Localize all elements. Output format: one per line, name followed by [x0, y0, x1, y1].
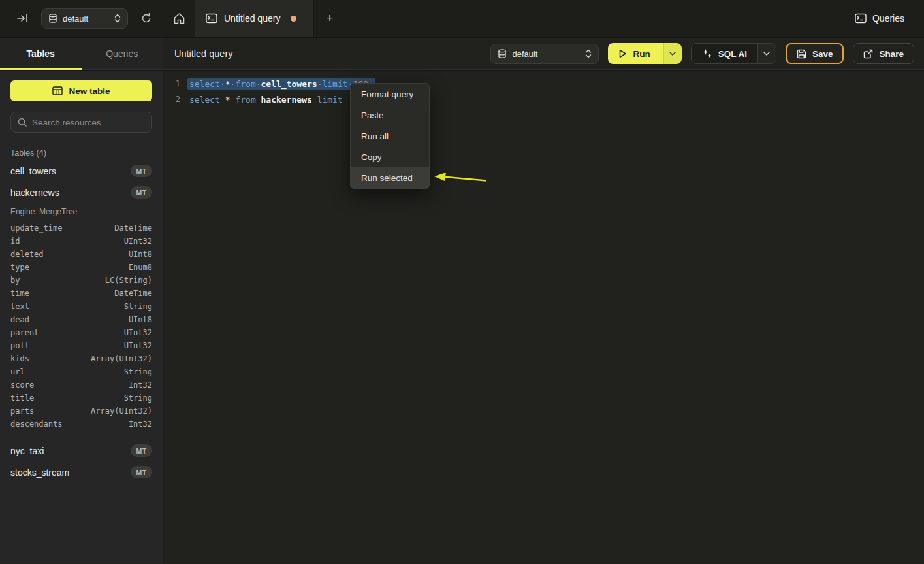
column-row: urlString — [10, 365, 152, 378]
table-row[interactable]: stocks_streamMT — [10, 461, 152, 483]
column-row: scoreInt32 — [10, 378, 152, 391]
table-row[interactable]: nyc_taxiMT — [10, 440, 152, 461]
home-tab[interactable] — [163, 0, 195, 37]
column-name: update_time — [10, 224, 62, 233]
console-icon — [206, 13, 217, 24]
collapse-sidebar-icon[interactable] — [14, 11, 31, 25]
tables-list: cell_towersMThackernewsMTEngine: MergeTr… — [10, 160, 152, 483]
column-type: Int32 — [129, 380, 152, 390]
code-lines: 1select*fromcell_towerslimit1002select*f… — [171, 76, 924, 107]
save-icon — [797, 49, 806, 59]
code-token: cell_towers — [261, 79, 317, 89]
menu-item-format-query[interactable]: Format query — [351, 84, 429, 105]
code-token: * — [225, 79, 231, 89]
share-button[interactable]: Share — [853, 43, 914, 64]
sql-ai-button[interactable]: SQL AI — [692, 44, 757, 63]
table-row[interactable]: cell_towersMT — [10, 160, 152, 182]
engine-badge: MT — [131, 165, 152, 177]
database-selector[interactable]: default — [41, 8, 128, 29]
search-icon — [18, 118, 27, 127]
column-name: descendants — [10, 420, 62, 429]
column-row: descendantsInt32 — [10, 418, 152, 431]
column-row: kidsArray(UInt32) — [10, 352, 152, 365]
queries-button[interactable]: Queries — [855, 13, 904, 24]
line-number: 1 — [171, 79, 180, 88]
column-type: UInt32 — [124, 237, 152, 246]
column-row: typeEnum8 — [10, 261, 152, 274]
new-table-label: New table — [69, 86, 110, 96]
chevron-updown-icon — [114, 14, 121, 23]
column-name: score — [10, 380, 34, 390]
sql-editor[interactable]: 1select*fromcell_towerslimit1002select*f… — [163, 71, 924, 564]
column-row: byLC(String) — [10, 274, 152, 287]
top-bar: default — [0, 0, 924, 37]
sql-ai-split-button: SQL AI — [691, 43, 776, 64]
column-row: timeDateTime — [10, 287, 152, 300]
save-button-label: Save — [812, 49, 833, 59]
column-row: deletedUInt8 — [10, 248, 152, 261]
engine-badge: MT — [131, 444, 152, 457]
sql-ai-dropdown[interactable] — [757, 44, 776, 63]
run-split-button: Run — [608, 43, 681, 64]
column-name: text — [10, 302, 29, 311]
play-icon — [618, 49, 627, 58]
column-name: parts — [10, 406, 34, 416]
code-line: 1select*fromcell_towerslimit100 — [171, 76, 924, 91]
chevron-down-icon — [763, 52, 770, 56]
column-name: type — [10, 263, 29, 272]
code-token: select — [189, 79, 220, 89]
column-row: deadUInt8 — [10, 313, 152, 326]
menu-item-copy[interactable]: Copy — [351, 146, 429, 167]
column-row: partsArray(UInt32) — [10, 405, 152, 418]
column-type: String — [124, 367, 152, 376]
editor-database-selector[interactable]: default — [490, 44, 599, 64]
chevron-down-icon — [669, 52, 676, 56]
column-row: pollUInt32 — [10, 339, 152, 352]
sql-ai-button-label: SQL AI — [718, 49, 747, 59]
sidebar-tab-tables[interactable]: Tables — [0, 38, 82, 69]
editor-context-menu: Format queryPasteRun allCopyRun selected — [350, 83, 430, 189]
menu-item-paste[interactable]: Paste — [351, 105, 429, 125]
column-type: LC(String) — [105, 276, 152, 285]
column-name: kids — [10, 354, 29, 363]
tables-section-title: Tables (4) — [10, 148, 152, 158]
table-name: stocks_stream — [10, 467, 69, 478]
columns-list: update_timeDateTimeidUInt32deletedUInt8t… — [10, 222, 152, 440]
table-name: cell_towers — [10, 166, 56, 176]
save-button[interactable]: Save — [786, 43, 844, 64]
tab-untitled-query[interactable]: Untitled query — [195, 0, 314, 37]
column-row: textString — [10, 300, 152, 313]
new-tab-button[interactable]: + — [314, 0, 345, 37]
column-type: DateTime — [114, 289, 152, 298]
code-line: 2select*fromhackernewslimit — [171, 91, 924, 107]
menu-item-run-selected[interactable]: Run selected — [351, 167, 429, 188]
active-tab-underline — [0, 68, 82, 70]
column-type: String — [124, 393, 152, 403]
home-icon — [173, 12, 185, 25]
annotation-arrow — [432, 169, 490, 188]
sidebar-tab-queries[interactable]: Queries — [82, 38, 163, 69]
column-name: parent — [10, 328, 39, 337]
tab-strip: Untitled query + — [163, 0, 855, 37]
menu-item-run-all[interactable]: Run all — [351, 125, 429, 146]
topbar-left-controls: default — [0, 0, 163, 37]
table-row[interactable]: hackernewsMT — [10, 182, 152, 203]
search-input[interactable] — [32, 118, 148, 127]
database-icon — [48, 14, 57, 24]
whitespace-dot — [220, 79, 225, 89]
share-button-label: Share — [879, 49, 904, 59]
whitespace-dot — [256, 95, 261, 105]
run-options-dropdown[interactable] — [663, 43, 682, 64]
new-table-button[interactable]: New table — [10, 80, 152, 101]
refresh-icon[interactable] — [138, 10, 154, 26]
column-name: title — [10, 393, 34, 403]
topbar-right: Queries — [855, 0, 924, 37]
column-type: UInt32 — [124, 341, 152, 350]
column-name: deleted — [10, 250, 44, 259]
sidebar-tab-queries-label: Queries — [106, 48, 138, 59]
unsaved-indicator-dot — [291, 16, 296, 22]
column-type: String — [124, 302, 152, 311]
run-button[interactable]: Run — [608, 43, 663, 64]
column-type: Enum8 — [129, 263, 152, 272]
engine-label: Engine: MergeTree — [10, 203, 152, 222]
